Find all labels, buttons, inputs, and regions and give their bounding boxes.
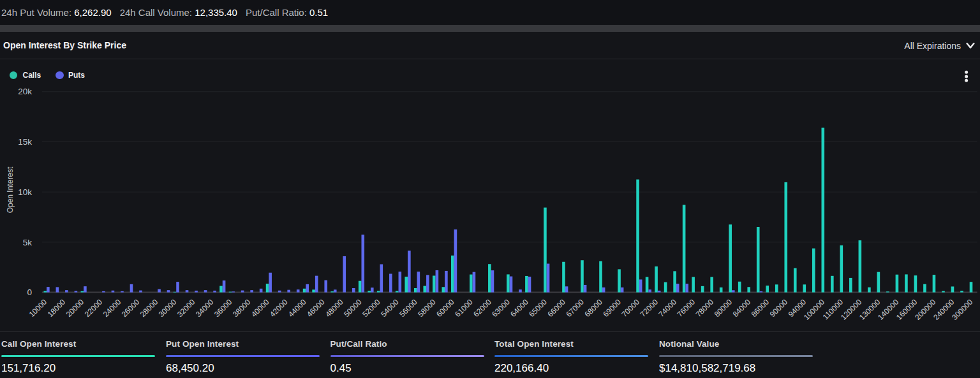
svg-text:46000: 46000 (305, 297, 327, 319)
svg-text:60000: 60000 (434, 297, 456, 319)
svg-text:28000: 28000 (138, 297, 160, 319)
svg-text:10k: 10k (18, 187, 32, 197)
svg-text:22000: 22000 (83, 297, 105, 319)
svg-text:34000: 34000 (194, 297, 216, 319)
svg-text:40000: 40000 (249, 297, 271, 319)
svg-text:66000: 66000 (546, 297, 567, 319)
svg-text:78000: 78000 (694, 297, 716, 319)
svg-text:84000: 84000 (731, 297, 753, 319)
svg-text:36000: 36000 (212, 297, 234, 319)
svg-text:48000: 48000 (323, 297, 345, 319)
svg-text:86000: 86000 (750, 297, 771, 319)
svg-text:58000: 58000 (416, 297, 438, 319)
svg-text:24000: 24000 (101, 297, 123, 319)
svg-text:300000: 300000 (950, 297, 974, 321)
svg-text:50000: 50000 (342, 297, 364, 319)
svg-text:5k: 5k (23, 238, 33, 247)
svg-text:67000: 67000 (564, 297, 586, 319)
svg-text:68000: 68000 (583, 297, 604, 319)
svg-text:38000: 38000 (231, 297, 253, 319)
svg-text:30000: 30000 (157, 297, 179, 319)
svg-text:65000: 65000 (527, 297, 549, 319)
svg-text:74000: 74000 (657, 297, 679, 319)
svg-text:54000: 54000 (379, 297, 401, 319)
svg-text:20000: 20000 (64, 297, 86, 319)
svg-text:15k: 15k (18, 137, 32, 147)
svg-text:70000: 70000 (620, 297, 642, 319)
svg-text:80000: 80000 (713, 297, 734, 319)
svg-text:56000: 56000 (397, 297, 419, 319)
svg-text:69000: 69000 (601, 297, 623, 319)
svg-text:63000: 63000 (490, 297, 512, 319)
svg-text:20k: 20k (18, 87, 32, 96)
svg-text:90000: 90000 (768, 297, 790, 319)
svg-text:62000: 62000 (471, 297, 493, 319)
svg-text:10000: 10000 (27, 297, 49, 319)
svg-text:64000: 64000 (509, 297, 530, 319)
svg-text:52000: 52000 (360, 297, 382, 319)
svg-text:42000: 42000 (268, 297, 290, 319)
svg-text:44000: 44000 (286, 297, 308, 319)
svg-text:100000: 100000 (802, 297, 826, 321)
svg-text:26000: 26000 (120, 297, 142, 319)
svg-text:Open Interest: Open Interest (6, 166, 15, 213)
svg-text:61000: 61000 (453, 297, 475, 319)
svg-text:0: 0 (27, 287, 32, 297)
svg-text:72000: 72000 (639, 297, 660, 319)
svg-text:76000: 76000 (676, 297, 697, 319)
svg-text:32000: 32000 (175, 297, 197, 319)
svg-text:18000: 18000 (46, 297, 68, 319)
